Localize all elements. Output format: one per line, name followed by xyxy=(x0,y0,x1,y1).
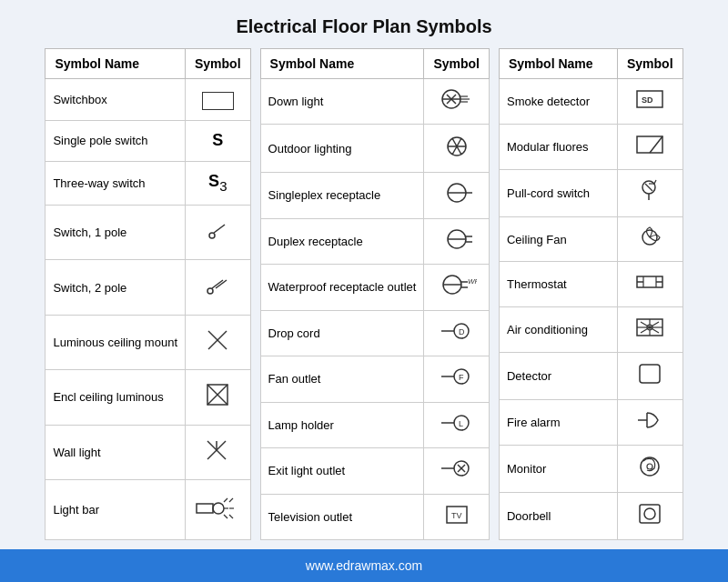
drop-cord-icon: D xyxy=(441,319,472,343)
fire-alarm-icon xyxy=(634,408,665,432)
svg-text:WP: WP xyxy=(468,277,477,286)
table-row: Fire alarm xyxy=(499,400,682,446)
three-way-switch-icon: S3 xyxy=(208,172,227,190)
row-name: Monitor xyxy=(499,445,617,492)
svg-text:L: L xyxy=(459,419,463,428)
row-name: Wall light xyxy=(46,425,186,479)
svg-rect-80 xyxy=(640,365,660,383)
row-symbol: D xyxy=(424,310,490,356)
detector-icon xyxy=(636,361,663,386)
row-name: Three-way switch xyxy=(46,161,186,205)
switchbox-icon xyxy=(202,92,234,110)
table-row: Duplex receptacle xyxy=(260,218,489,264)
smoke-detector-icon: SD xyxy=(634,87,665,111)
row-symbol xyxy=(424,218,490,264)
table-row: Lamp holder L xyxy=(260,402,489,447)
svg-line-18 xyxy=(229,498,233,502)
row-symbol xyxy=(617,124,682,169)
svg-point-83 xyxy=(641,457,659,476)
row-name: Detector xyxy=(499,352,617,399)
table-row: Monitor xyxy=(499,445,682,492)
table3-header-symbol: Symbol xyxy=(617,49,682,79)
table-row: Switch, 2 pole xyxy=(46,260,250,315)
row-symbol xyxy=(186,315,251,369)
table1-header-name: Symbol Name xyxy=(46,49,186,79)
row-name: Encl ceiling luminous xyxy=(46,370,186,425)
footer: www.edrawmax.com xyxy=(0,549,728,582)
svg-rect-13 xyxy=(197,504,213,513)
svg-line-15 xyxy=(224,498,228,502)
table-row: Down light xyxy=(260,79,489,125)
svg-text:SD: SD xyxy=(642,95,653,105)
table3-header-name: Symbol Name xyxy=(499,49,617,79)
row-symbol: WP xyxy=(424,265,490,310)
duplex-receptacle-icon xyxy=(441,227,472,251)
table1-header-symbol: Symbol xyxy=(186,49,251,79)
svg-line-67 xyxy=(654,180,656,184)
table-2: Symbol Name Symbol Down light xyxy=(260,48,490,540)
row-symbol xyxy=(424,125,490,173)
table-row: Detector xyxy=(499,352,682,399)
row-symbol: SD xyxy=(617,79,682,125)
row-name: Pull-cord switch xyxy=(499,169,617,216)
svg-line-1 xyxy=(214,225,225,233)
down-light-icon xyxy=(437,87,477,111)
row-name: Switch, 2 pole xyxy=(46,260,186,315)
row-name: Modular fluores xyxy=(499,124,617,169)
row-symbol: S3 xyxy=(186,161,251,205)
table-row: Exit light outlet xyxy=(260,448,489,494)
pull-cord-switch-icon xyxy=(636,178,663,204)
svg-line-20 xyxy=(229,515,233,518)
table-row: Drop cord D xyxy=(260,310,489,356)
row-symbol: F xyxy=(424,356,490,402)
svg-point-86 xyxy=(644,508,655,519)
row-name: Doorbell xyxy=(499,492,617,539)
tables-container: Symbol Name Symbol Switchbox Single pole… xyxy=(35,48,692,540)
table-1: Symbol Name Symbol Switchbox Single pole… xyxy=(45,48,250,540)
air-conditioning-icon xyxy=(634,316,665,339)
row-symbol: L xyxy=(424,402,490,447)
row-name: Outdoor lighting xyxy=(260,125,424,173)
row-name: Lamp holder xyxy=(260,402,424,447)
row-symbol xyxy=(617,262,682,307)
row-symbol xyxy=(186,260,251,315)
row-name: Light bar xyxy=(46,480,186,540)
waterproof-receptacle-icon: WP xyxy=(437,273,477,296)
row-symbol xyxy=(186,79,251,121)
table2-header-symbol: Symbol xyxy=(424,49,490,79)
svg-rect-61 xyxy=(637,136,662,153)
svg-point-0 xyxy=(209,233,215,238)
light-bar-icon xyxy=(195,493,240,522)
table-row: Ceiling Fan xyxy=(499,216,682,262)
row-name: Air conditioning xyxy=(499,307,617,353)
ceiling-fan-icon xyxy=(634,226,665,249)
row-name: Switchbox xyxy=(46,79,186,121)
row-name: Television outlet xyxy=(260,494,424,540)
svg-line-62 xyxy=(650,136,662,153)
table-row: Fan outlet F xyxy=(260,356,489,402)
table-row: Switch, 1 pole xyxy=(46,205,250,259)
svg-point-84 xyxy=(647,464,652,469)
row-name: Waterproof receptacle outlet xyxy=(260,265,424,310)
row-symbol xyxy=(186,425,251,479)
row-symbol xyxy=(617,307,682,353)
table-row: Three-way switch S3 xyxy=(46,161,250,205)
row-symbol xyxy=(186,205,251,259)
table-row: Switchbox xyxy=(46,79,250,121)
row-name: Fan outlet xyxy=(260,356,424,402)
row-name: Fire alarm xyxy=(499,400,617,446)
page-title: Electrical Floor Plan Symbols xyxy=(236,16,491,37)
modular-fluores-icon xyxy=(634,133,665,156)
row-name: Luminous ceiling mount xyxy=(46,315,186,369)
row-name: Switch, 1 pole xyxy=(46,205,186,259)
table-row: Outdoor lighting xyxy=(260,125,489,173)
doorbell-icon xyxy=(636,501,663,527)
switch-2-pole-icon xyxy=(203,273,232,298)
table-3: Symbol Name Symbol Smoke detector SD Mod… xyxy=(499,48,683,540)
monitor-icon xyxy=(636,454,663,479)
wall-light-icon xyxy=(204,437,231,463)
outdoor-lighting-icon xyxy=(444,134,470,159)
row-symbol xyxy=(617,216,682,262)
table-row: Luminous ceiling mount xyxy=(46,315,250,369)
row-name: Smoke detector xyxy=(499,79,617,125)
